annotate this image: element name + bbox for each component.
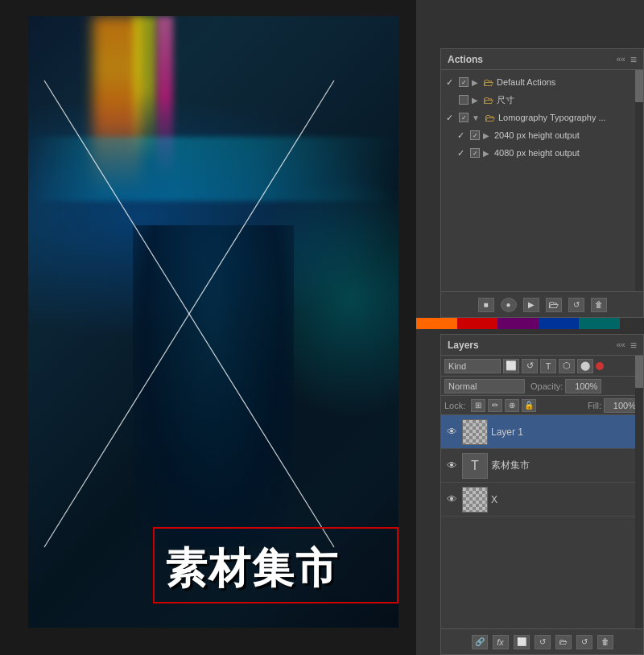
layers-blend-select[interactable]: Normal Multiply Screen Overlay <box>444 379 525 393</box>
layers-toolbar: 🔗 fx ⬜ ↺ 🗁 ↺ 🗑 <box>441 628 643 654</box>
photo-background: 素材集市 <box>28 16 398 628</box>
layers-group-btn[interactable]: 🗁 <box>555 635 572 649</box>
actions-panel-header: Actions «« ≡ <box>441 49 643 70</box>
layers-lock-label: Lock: <box>444 401 465 410</box>
action-arrow-2: ▼ <box>472 113 480 122</box>
layers-lock-pos-btn[interactable]: ⊕ <box>505 399 519 412</box>
layers-fx-btn[interactable]: fx <box>493 635 509 649</box>
layer1-thumbnail <box>462 419 488 445</box>
layers-opacity-input[interactable] <box>565 379 601 393</box>
layers-mask-btn[interactable]: ⬜ <box>514 635 530 649</box>
actions-menu-btn[interactable]: ≡ <box>630 53 637 66</box>
layers-filter-smart-btn[interactable]: ⬤ <box>577 359 593 373</box>
actions-panel-title: Actions <box>448 54 483 65</box>
actions-delete-btn[interactable]: 🗑 <box>591 298 607 312</box>
color-orange <box>416 318 457 329</box>
layers-filter-img-btn[interactable]: ⬜ <box>503 359 519 373</box>
action-arrow-3: ▶ <box>483 131 489 140</box>
action-arrow-4: ▶ <box>483 149 489 158</box>
layers-link-btn[interactable]: 🔗 <box>472 635 488 649</box>
layers-panel-controls: «« ≡ <box>617 339 637 352</box>
layers-filter-active-dot <box>596 362 604 370</box>
layers-lock-all-btn[interactable]: 🔒 <box>522 399 536 412</box>
actions-scrollbar-thumb[interactable] <box>635 70 643 102</box>
action-row-default-actions[interactable]: ✓ ✓ ▶ 🗁 Default Actions <box>441 73 643 91</box>
layers-opacity-label: Opacity: <box>530 381 563 391</box>
color-red <box>457 318 498 329</box>
actions-stop-btn[interactable]: ■ <box>478 298 494 312</box>
right-panels: Actions «« ≡ ✓ ✓ ▶ 🗁 Default Actions ▶ 🗁 <box>416 0 644 655</box>
action-row-lomography[interactable]: ✓ ✓ ▼ 🗁 Lomography Typography ... <box>441 109 643 126</box>
layers-lock-paint-btn[interactable]: ✏ <box>488 399 502 412</box>
action-row-2040[interactable]: ✓ ✓ ▶ 2040 px height output <box>441 126 643 144</box>
action-folder-1: 🗁 <box>483 94 493 106</box>
layers-scrollbar[interactable] <box>635 356 643 628</box>
layers-fill-label: Fill: <box>588 401 601 410</box>
layers-adj-btn[interactable]: ↺ <box>535 635 551 649</box>
layers-filter-adj-btn[interactable]: ↺ <box>522 359 538 373</box>
text-layer-name: 素材集市 <box>491 459 640 472</box>
layers-menu-btn[interactable]: ≡ <box>630 339 637 352</box>
layer-row-x[interactable]: 👁 X <box>441 483 643 517</box>
actions-panel-controls: «« ≡ <box>617 53 637 66</box>
layers-lock-pixels-btn[interactable]: ⊞ <box>471 399 485 412</box>
action-folder-0: 🗁 <box>483 76 493 89</box>
actions-create-action-btn[interactable]: ↺ <box>568 298 584 312</box>
actions-toolbar: ■ ● ▶ 🗁 ↺ 🗑 <box>441 291 643 317</box>
action-check-4: ✓ <box>457 148 467 159</box>
layers-delete-btn[interactable]: 🗑 <box>597 635 613 649</box>
chinese-text-label: 素材集市 <box>165 541 339 597</box>
layer1-visibility-btn[interactable]: 👁 <box>444 425 459 439</box>
layers-blend-row: Normal Multiply Screen Overlay Opacity: <box>441 377 643 396</box>
layers-panel-header: Layers «« ≡ <box>441 335 643 356</box>
action-row-4080[interactable]: ✓ ✓ ▶ 4080 px height output <box>441 144 643 162</box>
x-layer-name: X <box>491 494 640 505</box>
actions-record-btn[interactable]: ● <box>501 298 517 312</box>
action-checkbox-1[interactable] <box>459 95 469 105</box>
action-checkbox-2[interactable]: ✓ <box>459 113 469 122</box>
actions-panel: Actions «« ≡ ✓ ✓ ▶ 🗁 Default Actions ▶ 🗁 <box>440 48 644 318</box>
action-label-1: 尺寸 <box>497 94 638 106</box>
action-checkbox-3[interactable]: ✓ <box>470 130 480 140</box>
layers-create-btn[interactable]: ↺ <box>576 635 592 649</box>
text-layer-visibility-btn[interactable]: 👁 <box>444 459 459 473</box>
actions-scrollbar[interactable] <box>635 70 643 291</box>
canvas-area: 素材集市 <box>0 0 419 655</box>
layer-row-layer1[interactable]: 👁 Layer 1 <box>441 415 643 449</box>
layers-panel-title: Layers <box>448 340 479 351</box>
action-folder-2: 🗁 <box>485 112 495 124</box>
action-checkbox-4[interactable]: ✓ <box>470 148 480 158</box>
action-label-0: Default Actions <box>497 77 638 87</box>
actions-collapse-btn[interactable]: «« <box>617 55 625 64</box>
layers-collapse-btn[interactable]: «« <box>617 340 625 349</box>
action-check-3: ✓ <box>457 130 467 141</box>
actions-create-set-btn[interactable]: 🗁 <box>546 298 562 312</box>
layers-panel: Layers «« ≡ Kind ⬜ ↺ T ⬡ ⬤ Normal Multip… <box>440 334 644 655</box>
layer-row-text[interactable]: 👁 T 素材集市 <box>441 449 643 483</box>
action-check-0: ✓ <box>446 77 456 88</box>
dark-strip-left <box>0 0 28 655</box>
x-layer-visibility-btn[interactable]: 👁 <box>444 492 459 507</box>
action-check-2: ✓ <box>446 113 456 123</box>
text-layer-eye-icon: 👁 <box>447 459 457 472</box>
layers-filter-row: Kind ⬜ ↺ T ⬡ ⬤ <box>441 356 643 377</box>
action-checkbox-0[interactable]: ✓ <box>459 77 469 87</box>
action-row-chichi[interactable]: ▶ 🗁 尺寸 <box>441 91 643 109</box>
layers-filter-shape-btn[interactable]: ⬡ <box>559 359 575 373</box>
text-layer-thumbnail: T <box>462 453 488 479</box>
action-label-4: 4080 px height output <box>494 148 638 158</box>
action-arrow-1: ▶ <box>472 96 478 105</box>
person-silhouette <box>133 225 294 547</box>
actions-play-btn[interactable]: ▶ <box>523 298 539 312</box>
action-label-3: 2040 px height output <box>494 130 638 140</box>
layer1-name: Layer 1 <box>491 426 640 438</box>
color-blue <box>539 318 580 329</box>
action-label-2: Lomography Typography ... <box>498 113 638 122</box>
layers-filter-text-btn[interactable]: T <box>540 359 556 373</box>
color-teal <box>579 318 620 329</box>
actions-list: ✓ ✓ ▶ 🗁 Default Actions ▶ 🗁 尺寸 ✓ ✓ ▼ 🗁 L… <box>441 70 643 165</box>
layers-scrollbar-thumb[interactable] <box>635 356 643 388</box>
layers-filter-select[interactable]: Kind <box>444 359 501 373</box>
color-strip <box>416 318 620 329</box>
color-purple <box>497 318 539 329</box>
